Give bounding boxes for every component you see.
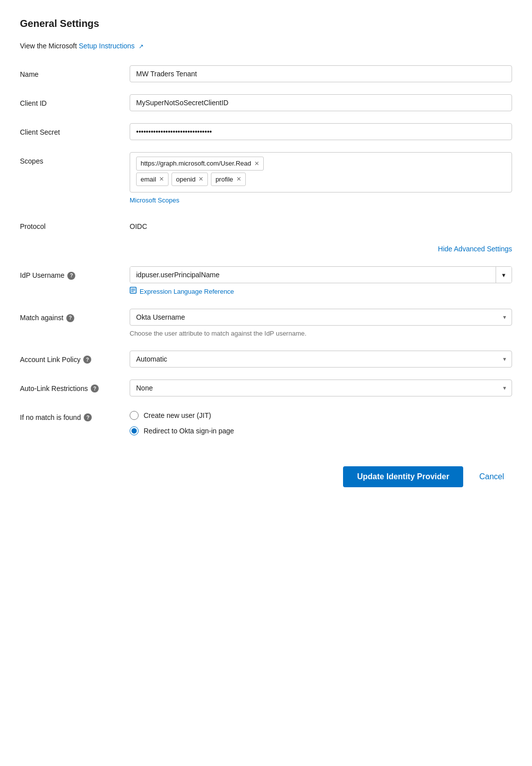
protocol-value: OIDC: [130, 217, 512, 232]
name-row: Name: [20, 65, 512, 82]
scope-tag-3: openid ✕: [172, 173, 208, 187]
match-against-label: Match against ?: [20, 309, 130, 323]
auto-link-restrictions-select[interactable]: None Any: [130, 380, 512, 396]
name-label: Name: [20, 65, 130, 80]
scope-remove-4[interactable]: ✕: [236, 176, 241, 182]
setup-instructions-link[interactable]: Setup Instructions ↗: [79, 42, 144, 50]
expression-link-icon: [130, 286, 137, 297]
scope-remove-1[interactable]: ✕: [254, 161, 259, 167]
if-no-match-help-icon[interactable]: ?: [84, 413, 92, 421]
idp-username-field-wrapper: Expression Language Reference: [130, 266, 512, 297]
scopes-container: https://graph.microsoft.com/User.Read ✕ …: [130, 152, 512, 192]
match-against-field-wrapper: Okta Username Email Login ▾ Choose the u…: [130, 309, 512, 339]
idp-username-label: IdP Username ?: [20, 266, 130, 281]
setup-instructions-row: View the Microsoft Setup Instructions ↗: [20, 41, 512, 51]
protocol-row: Protocol OIDC: [20, 217, 512, 232]
client-secret-input[interactable]: [130, 123, 512, 140]
idp-username-help-icon[interactable]: ?: [67, 272, 75, 280]
hide-advanced-settings-link[interactable]: Hide Advanced Settings: [438, 244, 512, 254]
scopes-row: Scopes https://graph.microsoft.com/User.…: [20, 152, 512, 205]
radio-input-redirect[interactable]: [130, 426, 139, 435]
match-against-select-wrapper: Okta Username Email Login ▾: [130, 309, 512, 326]
account-link-policy-help-icon[interactable]: ?: [83, 356, 91, 364]
scope-tag-2: email ✕: [136, 173, 169, 187]
microsoft-scopes-link[interactable]: Microsoft Scopes: [130, 195, 179, 205]
protocol-value-wrapper: OIDC: [130, 217, 512, 232]
client-id-label: Client ID: [20, 94, 130, 109]
account-link-policy-row: Account Link Policy ? Automatic Disabled…: [20, 351, 512, 368]
expression-language-link[interactable]: Expression Language Reference: [130, 286, 512, 297]
account-link-policy-field-wrapper: Automatic Disabled ▾: [130, 351, 512, 368]
match-against-row: Match against ? Okta Username Email Logi…: [20, 309, 512, 339]
auto-link-restrictions-row: Auto-Link Restrictions ? None Any ▾: [20, 380, 512, 396]
setup-instructions-text: View the Microsoft: [20, 42, 77, 50]
radio-create-new-user[interactable]: Create new user (JIT): [130, 410, 512, 421]
auto-link-restrictions-label: Auto-Link Restrictions ?: [20, 380, 130, 394]
client-secret-row: Client Secret: [20, 123, 512, 140]
client-id-row: Client ID: [20, 94, 512, 111]
scopes-field-wrapper: https://graph.microsoft.com/User.Read ✕ …: [130, 152, 512, 205]
client-id-field-wrapper: [130, 94, 512, 111]
client-secret-label: Client Secret: [20, 123, 130, 138]
idp-username-row: IdP Username ? Expression: [20, 266, 512, 297]
auto-link-restrictions-help-icon[interactable]: ?: [91, 384, 99, 392]
idp-username-input[interactable]: [130, 267, 496, 283]
form-actions: Update Identity Provider Cancel: [20, 456, 512, 487]
if-no-match-field-wrapper: Create new user (JIT) Redirect to Okta s…: [130, 408, 512, 436]
auto-link-restrictions-field-wrapper: None Any ▾: [130, 380, 512, 396]
scope-tags-row: https://graph.microsoft.com/User.Read ✕: [136, 157, 506, 171]
idp-username-wrapper: [130, 266, 512, 283]
protocol-label: Protocol: [20, 217, 130, 232]
scope-tags-row-2: email ✕ openid ✕ profile ✕: [136, 173, 506, 187]
name-input[interactable]: [130, 65, 512, 82]
account-link-policy-select[interactable]: Automatic Disabled: [130, 351, 512, 368]
match-against-help-icon[interactable]: ?: [66, 314, 74, 322]
scopes-label: Scopes: [20, 152, 130, 167]
match-against-select[interactable]: Okta Username Email Login: [130, 309, 512, 326]
external-link-icon: ↗: [139, 42, 144, 51]
chevron-down-icon: [502, 271, 506, 279]
if-no-match-row: If no match is found ? Create new user (…: [20, 408, 512, 436]
client-secret-field-wrapper: [130, 123, 512, 140]
account-link-policy-label: Account Link Policy ?: [20, 351, 130, 365]
match-against-hint: Choose the user attribute to match again…: [130, 329, 512, 339]
auto-link-restrictions-select-wrapper: None Any ▾: [130, 380, 512, 396]
account-link-policy-select-wrapper: Automatic Disabled ▾: [130, 351, 512, 368]
update-identity-provider-button[interactable]: Update Identity Provider: [343, 466, 463, 487]
if-no-match-label: If no match is found ?: [20, 408, 130, 423]
client-id-input[interactable]: [130, 94, 512, 111]
idp-username-dropdown-button[interactable]: [496, 267, 512, 283]
page-title: General Settings: [20, 16, 512, 31]
radio-input-create-new-user[interactable]: [130, 411, 139, 420]
scope-remove-2[interactable]: ✕: [159, 176, 164, 182]
page-container: General Settings View the Microsoft Setu…: [0, 0, 532, 766]
scope-remove-3[interactable]: ✕: [198, 176, 203, 182]
scope-tag-1: https://graph.microsoft.com/User.Read ✕: [136, 157, 264, 171]
cancel-button[interactable]: Cancel: [471, 466, 512, 487]
radio-group: Create new user (JIT) Redirect to Okta s…: [130, 408, 512, 436]
name-field-wrapper: [130, 65, 512, 82]
radio-redirect-to-okta[interactable]: Redirect to Okta sign-in page: [130, 426, 512, 436]
advanced-settings-toggle: Hide Advanced Settings: [20, 244, 512, 254]
scope-tag-4: profile ✕: [211, 173, 245, 187]
